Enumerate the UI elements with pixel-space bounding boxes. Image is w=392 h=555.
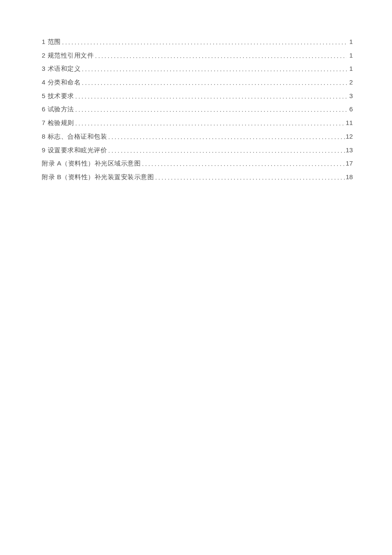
- toc-entry-title: 6 试验方法: [42, 106, 74, 112]
- toc-dot-leader: [107, 134, 346, 140]
- toc-entry-page: 17: [346, 160, 353, 166]
- toc-dot-leader: [74, 120, 346, 126]
- toc-dot-leader: [81, 79, 347, 86]
- toc-entry: 附录 A（资料性）补光区域示意图 17: [42, 160, 353, 166]
- toc-entry-page: 1: [347, 52, 353, 58]
- toc-entry: 5 技术要求 3: [42, 93, 353, 99]
- toc-entry-page: 18: [346, 174, 353, 180]
- toc-entry: 附录 B（资料性）补光装置安装示意图 18: [42, 174, 353, 180]
- toc-entry-title: 8 标志、合格证和包装: [42, 133, 107, 139]
- toc-entry-page: 3: [347, 93, 353, 99]
- toc-dot-leader: [81, 66, 347, 72]
- toc-dot-leader: [141, 160, 346, 167]
- toc-entry-page: 1: [347, 38, 353, 45]
- toc-dot-leader: [154, 174, 346, 180]
- toc-entry: 4 分类和命名 2: [42, 79, 353, 85]
- toc-entry-title: 4 分类和命名: [42, 79, 81, 85]
- toc-entry: 7 检验规则 11: [42, 119, 353, 126]
- toc-entry: 8 标志、合格证和包装 12: [42, 133, 353, 139]
- toc-entry: 2 规范性引用文件 1: [42, 52, 353, 58]
- table-of-contents: 1 范围 1 2 规范性引用文件 1 3 术语和定义 1 4 分类和命名 2 5…: [42, 38, 353, 180]
- toc-entry: 1 范围 1: [42, 38, 353, 45]
- toc-entry-title: 5 技术要求: [42, 93, 74, 99]
- toc-entry-page: 2: [347, 79, 353, 85]
- toc-dot-leader: [94, 52, 347, 59]
- toc-entry-title: 9 设置要求和眩光评价: [42, 147, 107, 153]
- toc-entry-title: 附录 A（资料性）补光区域示意图: [42, 160, 141, 166]
- toc-entry-page: 13: [346, 147, 353, 153]
- toc-entry-page: 6: [347, 106, 353, 112]
- toc-entry-title: 2 规范性引用文件: [42, 52, 94, 58]
- toc-entry: 3 术语和定义 1: [42, 65, 353, 72]
- toc-entry-title: 1 范围: [42, 38, 61, 45]
- toc-entry-page: 12: [346, 133, 353, 139]
- toc-dot-leader: [107, 147, 346, 154]
- toc-entry-page: 11: [346, 119, 353, 126]
- toc-dot-leader: [74, 93, 347, 99]
- toc-entry-title: 7 检验规则: [42, 119, 74, 126]
- toc-dot-leader: [74, 106, 347, 113]
- toc-dot-leader: [61, 39, 347, 45]
- toc-entry-title: 附录 B（资料性）补光装置安装示意图: [42, 174, 154, 180]
- toc-entry-title: 3 术语和定义: [42, 65, 81, 72]
- toc-entry: 6 试验方法 6: [42, 106, 353, 112]
- toc-entry: 9 设置要求和眩光评价 13: [42, 147, 353, 153]
- toc-entry-page: 1: [347, 65, 353, 72]
